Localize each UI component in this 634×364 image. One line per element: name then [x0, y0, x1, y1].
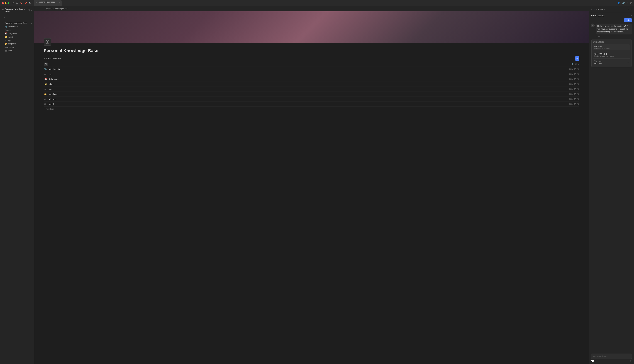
- hello-button[interactable]: Hello: [624, 18, 632, 22]
- sidebar-item-inbox[interactable]: › 📁 inbox: [0, 35, 34, 39]
- model-option-name: GPT-4O-MINI: [594, 53, 628, 55]
- model-selector[interactable]: ✦ GPT-4o ⌄: [594, 8, 605, 10]
- ai-sparkle-icon: ✦: [594, 8, 596, 10]
- model-option-gpt4o[interactable]: GPT-4O Great for most tasks: [593, 44, 630, 50]
- ai-input-settings-icon[interactable]: ⚙: [630, 360, 632, 362]
- row-date: 2024-10-23: [565, 88, 579, 90]
- more-options-button[interactable]: ···: [585, 7, 587, 10]
- layout-table-icon[interactable]: ⊞: [575, 63, 577, 65]
- table-row[interactable]: ◎ ego 2024-10-23: [44, 72, 580, 77]
- pin-icon[interactable]: 📌: [24, 2, 27, 4]
- table-tabs: All + 🔍 ⊞ ≡: [44, 62, 580, 66]
- table-row[interactable]: ◎ raindrop 2024-10-23: [44, 97, 580, 102]
- content-area: ← → Personal Knowledge Base ··· Personal…: [34, 6, 589, 364]
- refresh-group[interactable]: ↻ ⌄: [598, 36, 602, 38]
- vault-overview-label: Vault Overview: [46, 57, 61, 60]
- sidebar-chevron-icon[interactable]: ⌄: [31, 9, 32, 11]
- sidebar-item-babel[interactable]: › ▦ babel: [0, 49, 34, 52]
- person-icon[interactable]: 👤: [618, 2, 620, 4]
- table-row[interactable]: 📎 attachments 2024-10-23: [44, 67, 580, 72]
- titlebar-right-icons: 👤 🔗 ↗ ⊡: [618, 2, 632, 4]
- sidebar-home-item[interactable]: ⌂ +: [0, 16, 34, 19]
- ai-response-content: Hello! How can I assist you today? If yo…: [596, 24, 632, 38]
- model-option-desc: Faster for everyday tasks: [594, 55, 628, 57]
- sidebar-vault-header[interactable]: ● Personal Knowledge Base ⌄: [0, 21, 34, 25]
- paperclip-icon: 📎: [5, 26, 7, 28]
- sidebar-item-label: tags: [8, 39, 11, 42]
- back-nav-button[interactable]: ←: [36, 7, 40, 10]
- model-divider: [593, 51, 630, 51]
- try-again-option[interactable]: Try again GPT-4O ↻: [593, 59, 630, 66]
- chevron-icon: ›: [4, 26, 4, 28]
- try-again-model: GPT-4O: [594, 62, 602, 65]
- sidebar-item-templates[interactable]: › 📂 templates: [0, 42, 34, 46]
- banner-dot: [47, 41, 48, 42]
- vault-overview-icon: ≡: [44, 57, 45, 60]
- banner-inner-circle: [46, 40, 49, 44]
- vault-chevron-icon[interactable]: ⌄: [31, 22, 32, 24]
- folder-icon[interactable]: 🗂: [16, 2, 18, 4]
- model-option-gpt4o-mini[interactable]: GPT-4O-MINI Faster for everyday tasks: [593, 52, 630, 58]
- add-item-button[interactable]: +: [575, 56, 580, 61]
- ai-input-row2: 💬 ⚙: [591, 359, 632, 362]
- sidebar-vault-title: Personal Knowledge Base: [5, 8, 27, 12]
- expand-icon[interactable]: ⊡: [630, 2, 632, 4]
- row-date: 2024-10-23: [565, 103, 579, 105]
- search-icon[interactable]: 🔍: [29, 2, 31, 4]
- ai-layout-button[interactable]: ⊡: [630, 8, 632, 10]
- templates-icon: 📂: [44, 93, 49, 95]
- raindrop-icon: ◎: [5, 46, 6, 48]
- ai-back-button[interactable]: ←: [591, 8, 593, 10]
- tab-all[interactable]: All: [44, 62, 48, 66]
- ai-send-button[interactable]: ↑: [629, 355, 630, 358]
- calendar-icon: 📅: [5, 32, 7, 34]
- filter-table-icon[interactable]: ≡: [578, 63, 580, 65]
- try-again-refresh-icon[interactable]: ↻: [627, 61, 628, 64]
- table-row[interactable]: ▦ babel 2024-10-23: [44, 102, 580, 107]
- bookmark-icon[interactable]: 🔖: [20, 2, 22, 4]
- fullscreen-button[interactable]: [8, 2, 9, 4]
- tab-close-icon[interactable]: ✕: [58, 2, 60, 4]
- close-button[interactable]: [2, 2, 4, 4]
- row-name: inbox: [49, 83, 565, 85]
- new-tab-button[interactable]: +: [62, 2, 66, 5]
- sidebar-vault-section: ● Personal Knowledge Base ⌄ › 📎 attachme…: [0, 20, 34, 53]
- ai-input-field[interactable]: [592, 355, 628, 357]
- add-tab-button[interactable]: +: [49, 62, 51, 66]
- sidebar-toggle-icon[interactable]: ☰: [2, 9, 4, 12]
- table-row[interactable]: 📅 daily-notes 2024-10-23: [44, 77, 580, 82]
- link-icon[interactable]: 🔗: [622, 2, 625, 4]
- chevron-icon: ›: [4, 43, 4, 45]
- new-item-button[interactable]: + New Item: [44, 107, 580, 111]
- search-table-icon[interactable]: 🔍: [572, 63, 574, 65]
- row-name: ego: [49, 73, 565, 75]
- vault-overview-title: ≡ Vault Overview: [44, 57, 61, 60]
- sidebar-item-label: inbox: [8, 36, 13, 38]
- minimize-button[interactable]: [5, 2, 6, 4]
- chevron-down-icon: ⌄: [600, 36, 602, 38]
- table-row[interactable]: 🏷 tags 2024-10-23: [44, 87, 580, 92]
- sidebar-item-raindrop[interactable]: › ◎ raindrop: [0, 46, 34, 49]
- ai-avatar: ✦: [591, 24, 594, 27]
- ai-more-button[interactable]: ···: [628, 8, 630, 10]
- table-row[interactable]: 📂 templates 2024-10-23: [44, 92, 580, 97]
- sidebar-item-tags[interactable]: › 🏷 tags: [0, 39, 34, 42]
- raindrop-icon: ◎: [44, 98, 49, 100]
- active-tab[interactable]: ◎ Personal Knowledge ... ✕: [34, 0, 62, 6]
- vault-label: Personal Knowledge Base: [5, 22, 30, 24]
- sidebar-info-icon[interactable]: ⓘ: [28, 9, 30, 12]
- add-note-icon[interactable]: +: [4, 16, 5, 18]
- ai-chat-icon[interactable]: 💬: [591, 360, 594, 362]
- ai-response-bubble: Hello! How can I assist you today? If yo…: [596, 24, 632, 34]
- sidebar-item-ego[interactable]: › ◎ ego: [0, 28, 34, 32]
- ai-edit-icon[interactable]: ✎: [630, 14, 632, 17]
- forward-nav-button[interactable]: →: [41, 7, 44, 10]
- sidebar-item-attachments[interactable]: › 📎 attachments: [0, 25, 34, 28]
- grid-icon[interactable]: ⊞: [12, 2, 14, 4]
- sidebar-item-daily-notes[interactable]: › 📅 daily-notes: [0, 32, 34, 35]
- share-icon[interactable]: ↗: [626, 2, 628, 4]
- row-name: tags: [49, 88, 565, 90]
- copy-icon[interactable]: ⧉: [596, 36, 597, 38]
- table-row[interactable]: 📁 inbox 2024-10-23: [44, 82, 580, 87]
- refresh-icon: ↻: [598, 36, 600, 38]
